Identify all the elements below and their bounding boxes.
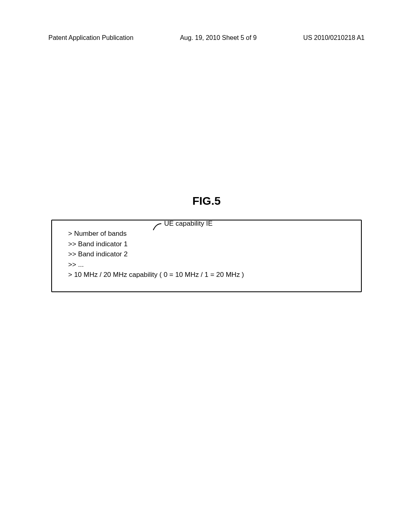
callout-label: UE capability IE bbox=[164, 220, 213, 228]
ue-capability-ie-box: > Number of bands >> Band indicator 1 >>… bbox=[51, 220, 362, 292]
ie-line-number-of-bands: > Number of bands bbox=[68, 229, 345, 239]
header-publication-type: Patent Application Publication bbox=[48, 34, 133, 42]
callout-arrow-icon bbox=[150, 223, 162, 233]
figure-title: FIG.5 bbox=[0, 195, 413, 208]
ie-line-mhz-capability: > 10 MHz / 20 MHz capability ( 0 = 10 MH… bbox=[68, 270, 345, 280]
ie-line-ellipsis: >> ... bbox=[68, 260, 345, 270]
header-publication-number: US 2010/0210218 A1 bbox=[303, 34, 365, 42]
ie-line-band-indicator-1: >> Band indicator 1 bbox=[68, 239, 345, 249]
header-date-sheet: Aug. 19, 2010 Sheet 5 of 9 bbox=[180, 34, 257, 42]
ie-line-band-indicator-2: >> Band indicator 2 bbox=[68, 249, 345, 260]
page-header: Patent Application Publication Aug. 19, … bbox=[0, 0, 413, 42]
figure-container: UE capability IE > Number of bands >> Ba… bbox=[51, 220, 362, 292]
